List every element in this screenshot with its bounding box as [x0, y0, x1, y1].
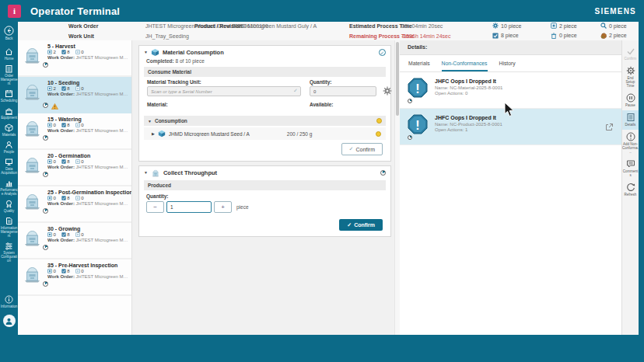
collect-throughput-card: ▼ Collect Throughput Produced Quantity: … [138, 165, 391, 237]
sidebar-item-data-acquisition[interactable]: Data Acquisition [0, 156, 18, 177]
confirm-label: Confirm [355, 147, 375, 152]
increment-button[interactable]: + [214, 201, 232, 213]
work-order-label: Work Order [68, 23, 98, 29]
operation-item-35-pre-harvest-inspection[interactable]: 35 - Pre-Harvest Inspection 0 8 0 Work O… [18, 259, 131, 296]
nc-card-body: JHFC Oops I Dropped It Name: NC-Product-… [435, 114, 502, 141]
throughput-confirm-button[interactable]: ✓Confirm [339, 219, 383, 231]
sidebar-item-label: Data Acquisition [0, 167, 18, 175]
scrap-count-icon [75, 159, 80, 164]
sidebar-item-label: Information Management [0, 226, 18, 238]
progress-pie-icon [43, 281, 48, 287]
sidebar-item-order-management[interactable]: Order Management [0, 63, 18, 88]
nc-card-body: JHFC Oops I Dropped It Name: NC-Material… [435, 78, 502, 104]
consumption-section-bar[interactable]: ▼ Consumption [144, 116, 386, 126]
consumption-material-row[interactable]: ▶ JHMD Microgreen Mustard Seed / A 200 /… [144, 127, 386, 140]
operation-item-5-harvest[interactable]: 5 - Harvest 2 8 0 Work Order: JHTEST Mic… [18, 40, 131, 77]
progress-pie-icon [43, 172, 48, 177]
material-quantity: 200 / 250 g [287, 131, 313, 137]
expand-caret-icon[interactable]: ▶ [152, 131, 155, 136]
operation-item-25-post-germination-inspection[interactable]: 25 - Post-Germination Inspection 0 8 0 W… [18, 186, 131, 223]
tab-materials[interactable]: Materials [408, 61, 430, 71]
back-button[interactable]: Back [0, 24, 18, 43]
trash-icon [551, 33, 557, 39]
action-label: End Setup Time [622, 76, 639, 88]
collapse-caret-icon[interactable]: ▼ [144, 170, 148, 175]
sidebar-item-label: Home [5, 57, 14, 61]
information-button[interactable]: Information [0, 294, 18, 311]
sidebar-item-equipment[interactable]: Equipment [0, 105, 18, 122]
sidebar-item-information-management[interactable]: Information Management [0, 215, 18, 240]
sidebar-item-system-configuration[interactable]: System Configuration [0, 240, 18, 265]
material-consumption-card: ▼ Material Consumption ✓ Completed: 8 of… [138, 45, 391, 162]
pause-button[interactable]: Pause [622, 91, 639, 110]
decrement-button[interactable]: − [146, 201, 164, 213]
sidebar-item-materials[interactable]: Materials [0, 122, 18, 139]
count-value: 0 [54, 196, 56, 200]
operation-work-order: Work Order: JHTEST Microgreen Mustard Gr… [47, 165, 128, 169]
operation-item-15-watering[interactable]: 15 - Watering 0 8 0 Work Order: JHTEST M… [18, 113, 131, 150]
material-cube-icon [151, 48, 159, 57]
clipboard-icon [5, 64, 13, 73]
confirm-available-icon[interactable]: ✓ [379, 49, 386, 56]
tab-non-conformances[interactable]: Non-Conformances [442, 61, 488, 71]
add-non-conformance-button[interactable]: Add Non-Conforma... [622, 130, 639, 157]
confirm-label: Confirm [354, 222, 375, 228]
operation-title: 20 - Germination [47, 153, 128, 158]
throughput-machine-icon [151, 169, 160, 177]
work-order-value: JHTEST Microgreen Mustard Gr... [76, 274, 128, 279]
back-label: Back [5, 37, 13, 40]
user-avatar[interactable] [3, 315, 16, 327]
operation-item-20-germination[interactable]: 20 - Germination 0 8 0 Work Order: JHTES… [18, 150, 131, 186]
details-action-button[interactable]: Details [622, 110, 639, 130]
work-area: ▼ Material Consumption ✓ Completed: 8 of… [132, 40, 400, 335]
end-setup-time-button[interactable]: End Setup Time [622, 64, 639, 91]
details-panel: Details: Materials Non-Conformances Hist… [400, 40, 621, 335]
collect-throughput-header: ▼ Collect Throughput [139, 166, 390, 179]
mtu-input[interactable] [147, 86, 301, 96]
quantity-input[interactable] [310, 86, 376, 96]
operation-counts: 0 8 0 [47, 159, 128, 164]
sidebar-item-label: Quality [4, 209, 14, 213]
siemens-logo: SIEMENS [595, 7, 636, 16]
work-order-label: Work Order: [47, 165, 75, 169]
refresh-button[interactable]: Refresh [622, 180, 639, 200]
counter-value: 2 piece [559, 23, 577, 29]
consume-confirm-button[interactable]: ✓Confirm [341, 143, 383, 155]
work-order-label: Work Order: [47, 201, 75, 206]
information-label: Information [1, 305, 17, 308]
operation-title: 15 - Watering [47, 117, 128, 122]
operation-work-order: Work Order: JHTEST Microgreen Mustard Gr… [47, 238, 128, 242]
sidebar-item-home[interactable]: Home [0, 46, 18, 63]
operation-item-10-seeding[interactable]: 10 - Seeding 2 8 0 Work Order: JHTEST Mi… [18, 77, 131, 113]
completed-check-icon [61, 123, 66, 127]
work-area-scrollbar[interactable] [394, 40, 400, 335]
action-label: Refresh [625, 193, 637, 197]
sidebar-item-performance-analysis[interactable]: Performance Analysis [0, 177, 18, 198]
sidebar-item-people[interactable]: People [0, 139, 18, 156]
produced-quantity-input[interactable] [166, 201, 212, 213]
collapse-caret-icon[interactable]: ▼ [144, 50, 148, 54]
work-unit-label: Work Unit [68, 33, 94, 39]
settings-gear-icon[interactable] [383, 86, 392, 96]
nav-sidebar: Back Home Order Management Scheduling Eq… [0, 22, 18, 335]
count-value: 2 [54, 86, 56, 91]
nc-title: JHFC Oops I Dropped It [435, 78, 502, 84]
sidebar-item-scheduling[interactable]: Scheduling [0, 88, 18, 105]
tab-history[interactable]: History [499, 61, 516, 71]
header-row-1: Work Order JHTEST Microgreen Mustard Gro… [18, 22, 639, 32]
progress-pie-icon [43, 103, 48, 108]
person-icon [5, 141, 13, 149]
scrollbar-thumb[interactable] [396, 42, 399, 116]
sidebar-item-quality[interactable]: Quality [0, 198, 18, 215]
progress-pie-icon [43, 62, 48, 68]
comments-button[interactable]: Comments [622, 157, 639, 180]
open-external-icon[interactable] [605, 123, 614, 131]
count-value: 0 [81, 123, 83, 127]
top-bar: i Operator Terminal SIEMENS [0, 0, 644, 22]
operation-item-30-growing[interactable]: 30 - Growing 0 8 0 Work Order: JHTEST Mi… [18, 223, 131, 259]
scrap-count-icon [75, 269, 80, 273]
operation-machine-icon [22, 82, 43, 100]
check-icon [626, 47, 635, 56]
confirm-action-button[interactable]: Confirm [622, 44, 639, 64]
section-label: Produced [148, 183, 171, 188]
